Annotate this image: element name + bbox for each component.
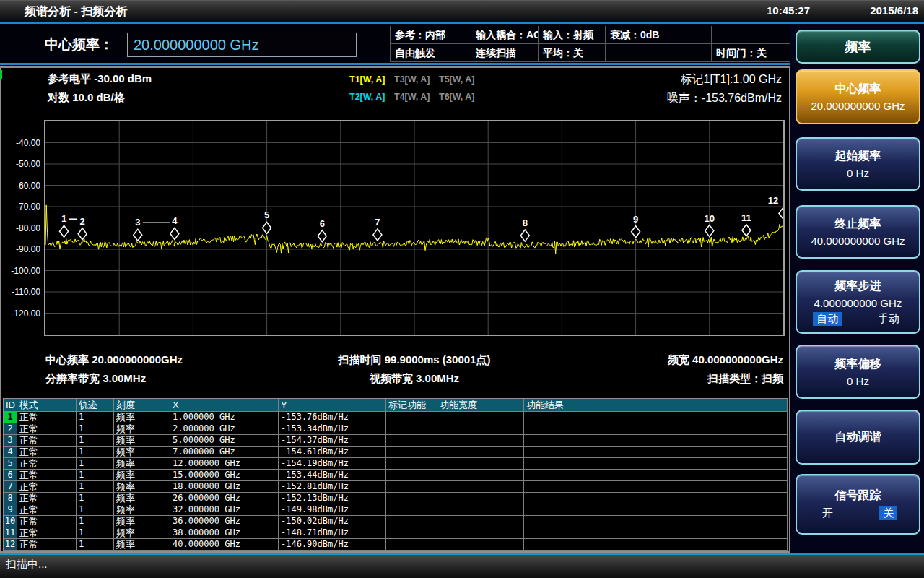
center-frequency-input[interactable]: [127, 33, 357, 57]
marker-diamond-7[interactable]: [373, 229, 382, 241]
scale-label: 对数 10.0 dB/格: [48, 91, 125, 105]
status-cell-1-4: 衰减：0dB: [606, 26, 712, 44]
trace-label-t6: T6[W, A]: [439, 92, 484, 109]
footer-span: 频宽 40.000000000GHz: [505, 353, 783, 367]
cell-1-5: 1.000000 GHz: [170, 412, 279, 423]
cell-3-3: 1: [77, 435, 114, 447]
sidebar-button-start-frequency[interactable]: 起始频率0 Hz: [796, 137, 920, 191]
cell-1-8: [437, 412, 524, 423]
sidebar-button-frequency-step[interactable]: 频率步进4.000000000 GHz自动手动: [796, 270, 920, 334]
cell-11-2: 正常: [17, 527, 77, 539]
cell-3-1: 3: [4, 435, 17, 447]
cell-3-7: [386, 435, 437, 447]
cell-9-3: 1: [77, 504, 114, 516]
y-tick--50.00: -50.00: [0, 159, 40, 169]
cell-4-7: [386, 447, 437, 458]
marker-table-row-12[interactable]: 12正常1频率40.000000 GHz-146.90dBm/Hz: [4, 539, 788, 551]
marker-diamond-3[interactable]: [134, 229, 142, 241]
marker-table-row-1[interactable]: 1正常1频率1.000000 GHz-153.76dBm/Hz: [4, 412, 788, 423]
sidebar-button-signal-tracking-line1: 信号跟踪: [835, 488, 881, 504]
marker-table-row-7[interactable]: 7正常1频率18.000000 GHz-152.81dBm/Hz: [4, 481, 788, 493]
status-cell-1-5: [712, 26, 791, 44]
cell-4-3: 1: [77, 447, 114, 458]
cell-5-4: 频率: [114, 458, 170, 470]
marker-table: ID模式轨迹刻度XY标记功能功能宽度功能结果1正常1频率1.000000 GHz…: [3, 398, 788, 551]
cell-5-5: 12.000000 GHz: [170, 458, 279, 470]
cell-6-6: -153.44dBm/Hz: [279, 470, 386, 481]
marker-diamond-1[interactable]: [60, 225, 69, 237]
cell-5-8: [437, 458, 524, 470]
marker-diamond-6[interactable]: [318, 230, 326, 242]
cell-10-2: 正常: [17, 516, 77, 527]
signal-tracking-option-2[interactable]: 关: [879, 506, 897, 520]
sidebar-menu-title[interactable]: 频率: [796, 30, 920, 64]
marker-diamond-5[interactable]: [263, 222, 271, 233]
sidebar-button-auto-tune[interactable]: 自动调谐: [796, 410, 920, 465]
marker-diamond-11[interactable]: [742, 225, 751, 236]
column-header-4: 刻度: [114, 399, 170, 412]
marker-table-row-11[interactable]: 11正常1频率38.000000 GHz-148.71dBm/Hz: [4, 527, 788, 539]
cell-1-3: 1: [77, 412, 114, 423]
column-header-3: 轨迹: [77, 399, 114, 412]
marker-table-row-10[interactable]: 10正常1频率36.000000 GHz-150.02dBm/Hz: [4, 516, 788, 527]
sidebar-button-auto-tune-line1: 自动调谐: [835, 430, 881, 445]
marker-number-7: 7: [375, 217, 380, 228]
sidebar-button-start-frequency-line2: 0 Hz: [847, 167, 869, 179]
cell-11-4: 频率: [114, 527, 170, 539]
marker-diamond-4[interactable]: [170, 228, 179, 239]
cell-11-5: 38.000000 GHz: [170, 527, 279, 539]
signal-tracking-toggle: 开关: [797, 506, 919, 520]
marker-table-row-9[interactable]: 9正常1频率32.000000 GHz-149.98dBm/Hz: [4, 504, 788, 516]
sidebar-button-center-frequency[interactable]: 中心频率20.000000000 GHz: [796, 69, 920, 124]
cell-7-5: 18.000000 GHz: [170, 481, 279, 493]
marker-diamond-10[interactable]: [705, 225, 714, 237]
cell-2-7: [386, 423, 437, 435]
cell-4-5: 7.000000 GHz: [170, 447, 279, 458]
cell-4-2: 正常: [17, 447, 77, 458]
marker-table-row-8[interactable]: 8正常1频率26.000000 GHz-152.13dBm/Hz: [4, 493, 788, 504]
cell-8-9: [524, 493, 788, 504]
marker-diamond-8[interactable]: [520, 230, 529, 241]
status-cell-1-3: 输入：射频: [539, 26, 606, 44]
cell-5-6: -154.19dBm/Hz: [279, 458, 386, 470]
cell-6-2: 正常: [17, 470, 77, 481]
trace-label-t2: T2[W, A]: [349, 92, 394, 109]
marker-readout-noise: 噪声：-153.76dBm/Hz: [493, 91, 782, 106]
marker-table-row-3[interactable]: 3正常1频率5.000000 GHz-154.37dBm/Hz: [4, 435, 788, 447]
cell-12-1: 12: [4, 539, 17, 551]
marker-table-row-5[interactable]: 5正常1频率12.000000 GHz-154.19dBm/Hz: [4, 458, 788, 470]
marker-diamond-2[interactable]: [78, 228, 87, 240]
frequency-step-toggle: 自动手动: [797, 312, 919, 326]
marker-table-row-4[interactable]: 4正常1频率7.000000 GHz-154.61dBm/Hz: [4, 447, 788, 458]
sidebar-button-stop-frequency[interactable]: 终止频率40.000000000 GHz: [796, 205, 920, 259]
marker-diamond-12[interactable]: [779, 207, 783, 219]
sidebar-button-frequency-step-line1: 频率步进: [835, 279, 881, 294]
trace-status-labels: T1[W, A]T3[W, A]T5[W, A]T2[W, A]T4[W, A]…: [349, 74, 487, 109]
marker-table-row-6[interactable]: 6正常1频率15.000000 GHz-153.44dBm/Hz: [4, 470, 788, 481]
trace-label-row-2: T2[W, A]T4[W, A]T6[W, A]: [349, 92, 487, 109]
cell-1-9: [524, 412, 788, 423]
cell-7-3: 1: [77, 481, 114, 493]
status-cell-2-3: 平均：关: [539, 44, 606, 62]
signal-tracking-option-1[interactable]: 开: [819, 506, 837, 520]
sidebar-button-frequency-offset-line1: 频率偏移: [835, 357, 881, 372]
cell-1-7: [386, 412, 437, 423]
sidebar-button-signal-tracking[interactable]: 信号跟踪开关: [796, 474, 920, 535]
marker-number-6: 6: [320, 218, 325, 229]
y-tick--100.00: -100.00: [0, 266, 40, 276]
cell-12-3: 1: [77, 539, 114, 551]
cell-5-1: 5: [4, 458, 17, 470]
cell-10-7: [386, 516, 437, 527]
header-status-grid: 参考：内部输入耦合：AC输入：射频衰减：0dB自由触发连续扫描平均：关时间门：关: [390, 26, 791, 62]
cell-11-6: -148.71dBm/Hz: [279, 527, 386, 539]
status-bar: [0, 553, 924, 578]
header-accent-line: [0, 63, 790, 65]
frequency-step-option-1[interactable]: 自动: [813, 312, 842, 326]
cell-12-9: [524, 539, 788, 551]
frequency-step-option-2[interactable]: 手动: [874, 312, 903, 326]
cell-11-1: 11: [4, 527, 17, 539]
marker-table-row-2[interactable]: 2正常1频率2.000000 GHz-153.34dBm/Hz: [4, 423, 788, 435]
sidebar-button-frequency-offset[interactable]: 频率偏移0 Hz: [796, 345, 920, 399]
spectrum-plot[interactable]: 123456789101112: [44, 120, 785, 336]
column-header-8: 功能宽度: [437, 399, 524, 412]
